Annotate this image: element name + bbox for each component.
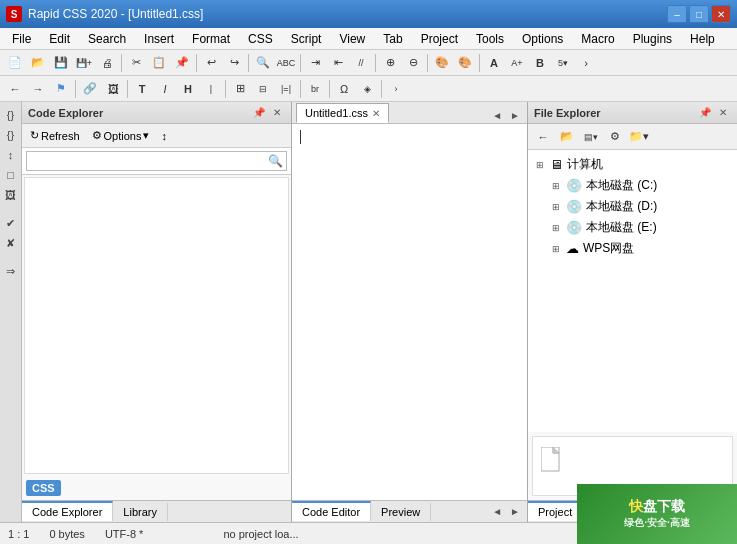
- menu-item-tools[interactable]: Tools: [468, 30, 512, 48]
- br-button[interactable]: br: [304, 78, 326, 100]
- menu-item-project[interactable]: Project: [413, 30, 466, 48]
- image-button[interactable]: 🖼: [102, 78, 124, 100]
- open-button[interactable]: 📂: [27, 52, 49, 74]
- editor-tab-untitled1[interactable]: Untitled1.css ✕: [296, 103, 389, 123]
- panel-close-icon[interactable]: ✕: [269, 105, 285, 121]
- arrow3-button[interactable]: ›: [385, 78, 407, 100]
- collapse-button[interactable]: ⊖: [402, 52, 424, 74]
- pin-icon[interactable]: 📌: [251, 105, 267, 121]
- maximize-button[interactable]: □: [689, 5, 709, 23]
- drive-c[interactable]: ⊞ 💿 本地磁盘 (C:): [548, 175, 733, 196]
- tree-computer[interactable]: ⊞ 🖥 计算机: [532, 154, 733, 175]
- indent-button[interactable]: ⇥: [304, 52, 326, 74]
- close-button[interactable]: ✕: [711, 5, 731, 23]
- cut-button[interactable]: ✂: [125, 52, 147, 74]
- menu-item-macro[interactable]: Macro: [573, 30, 622, 48]
- expand-icon[interactable]: ⊞: [534, 159, 546, 171]
- find-button[interactable]: 🔍: [252, 52, 274, 74]
- side-icon-8[interactable]: ⇒: [2, 262, 20, 280]
- table-button[interactable]: ⊞: [229, 78, 251, 100]
- save-all-button[interactable]: 💾+: [73, 52, 95, 74]
- table2-button[interactable]: ⊟: [252, 78, 274, 100]
- special-button[interactable]: ◈: [356, 78, 378, 100]
- side-icon-5[interactable]: 🖼: [2, 186, 20, 204]
- bottom-nav-prev[interactable]: ◄: [489, 504, 505, 519]
- text-I-button[interactable]: I: [154, 78, 176, 100]
- drive-d[interactable]: ⊞ 💿 本地磁盘 (D:): [548, 196, 733, 217]
- omega-button[interactable]: Ω: [333, 78, 355, 100]
- comment-button[interactable]: //: [350, 52, 372, 74]
- back-button[interactable]: ←: [4, 78, 26, 100]
- tab-project[interactable]: Project: [528, 501, 583, 521]
- fe-gear-button[interactable]: ⚙: [604, 126, 626, 148]
- new-button[interactable]: 📄: [4, 52, 26, 74]
- refresh-button[interactable]: ↻ Refresh: [26, 128, 84, 143]
- forward-button[interactable]: →: [27, 78, 49, 100]
- menu-item-edit[interactable]: Edit: [41, 30, 78, 48]
- font-size-button[interactable]: A+: [506, 52, 528, 74]
- expand-e-icon[interactable]: ⊞: [550, 222, 562, 234]
- menu-item-insert[interactable]: Insert: [136, 30, 182, 48]
- minimize-button[interactable]: –: [667, 5, 687, 23]
- bold-button[interactable]: B: [529, 52, 551, 74]
- side-icon-3[interactable]: ↕: [2, 146, 20, 164]
- fe-folder-button[interactable]: 📁▾: [628, 126, 650, 148]
- paste-button[interactable]: 📌: [171, 52, 193, 74]
- undo-button[interactable]: ↩: [200, 52, 222, 74]
- color-picker-button[interactable]: 🎨: [431, 52, 453, 74]
- bottom-nav-next[interactable]: ►: [507, 504, 523, 519]
- tab-nav-next[interactable]: ►: [507, 108, 523, 123]
- more-button[interactable]: 5▾: [552, 52, 574, 74]
- menu-item-help[interactable]: Help: [682, 30, 723, 48]
- outdent-button[interactable]: ⇤: [327, 52, 349, 74]
- expand-wps-icon[interactable]: ⊞: [550, 243, 562, 255]
- redo-button[interactable]: ↪: [223, 52, 245, 74]
- tab-close-icon[interactable]: ✕: [372, 108, 380, 119]
- expand-d-icon[interactable]: ⊞: [550, 201, 562, 213]
- side-icon-4[interactable]: □: [2, 166, 20, 184]
- tab-preview[interactable]: Preview: [371, 503, 431, 521]
- text-T-button[interactable]: T: [131, 78, 153, 100]
- menu-item-script[interactable]: Script: [283, 30, 330, 48]
- tab-code-editor[interactable]: Code Editor: [292, 501, 371, 521]
- file-close-icon[interactable]: ✕: [715, 105, 731, 121]
- menu-item-view[interactable]: View: [331, 30, 373, 48]
- text-bar-button[interactable]: |: [200, 78, 222, 100]
- menu-item-search[interactable]: Search: [80, 30, 134, 48]
- text-H-button[interactable]: H: [177, 78, 199, 100]
- side-icon-2[interactable]: {}: [2, 126, 20, 144]
- font-button[interactable]: A: [483, 52, 505, 74]
- menu-item-css[interactable]: CSS: [240, 30, 281, 48]
- sort-button[interactable]: ↕: [157, 129, 171, 143]
- menu-item-tab[interactable]: Tab: [375, 30, 410, 48]
- expand-c-icon[interactable]: ⊞: [550, 180, 562, 192]
- fe-back-button[interactable]: ←: [532, 126, 554, 148]
- css-badge[interactable]: CSS: [26, 480, 61, 496]
- link-button[interactable]: 🔗: [79, 78, 101, 100]
- fe-view-button[interactable]: ▤▾: [580, 126, 602, 148]
- bookmark-button[interactable]: ⚑: [50, 78, 72, 100]
- tab-library[interactable]: Library: [113, 503, 168, 521]
- arrow-right-button[interactable]: ›: [575, 52, 597, 74]
- print-button[interactable]: 🖨: [96, 52, 118, 74]
- fe-open-button[interactable]: 📂: [556, 126, 578, 148]
- tab-nav-prev[interactable]: ◄: [489, 108, 505, 123]
- drive-e[interactable]: ⊞ 💿 本地磁盘 (E:): [548, 217, 733, 238]
- menu-item-plugins[interactable]: Plugins: [625, 30, 680, 48]
- copy-button[interactable]: 📋: [148, 52, 170, 74]
- menu-item-file[interactable]: File: [4, 30, 39, 48]
- menu-item-format[interactable]: Format: [184, 30, 238, 48]
- menu-item-options[interactable]: Options: [514, 30, 571, 48]
- side-icon-6[interactable]: ✔: [2, 214, 20, 232]
- side-icon-1[interactable]: {}: [2, 106, 20, 124]
- wps-disk[interactable]: ⊞ ☁ WPS网盘: [548, 238, 733, 259]
- color-picker2-button[interactable]: 🎨: [454, 52, 476, 74]
- search-input[interactable]: [26, 151, 287, 171]
- save-button[interactable]: 💾: [50, 52, 72, 74]
- side-icon-7[interactable]: ✘: [2, 234, 20, 252]
- expand-button[interactable]: ⊕: [379, 52, 401, 74]
- file-pin-icon[interactable]: 📌: [697, 105, 713, 121]
- options-button[interactable]: ⚙ Options ▾: [88, 128, 154, 143]
- editor-area[interactable]: [292, 124, 527, 500]
- replace-button[interactable]: ABC: [275, 52, 297, 74]
